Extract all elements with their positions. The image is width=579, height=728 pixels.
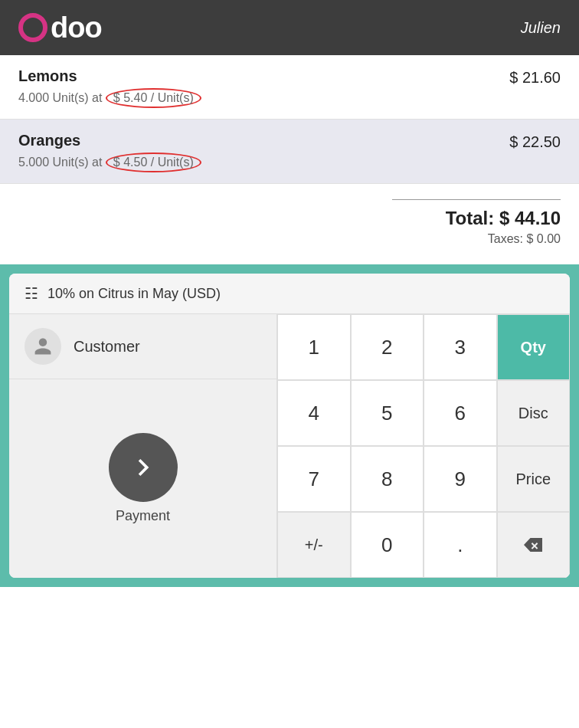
key-5[interactable]: 5 [351, 380, 424, 446]
product-name-lemons: Lemons [18, 67, 201, 85]
key-price[interactable]: Price [497, 446, 571, 512]
discount-grid-icon: ☷ [25, 284, 38, 303]
total-row: Total: $ 44.10 [446, 208, 561, 229]
payment-button[interactable] [109, 433, 178, 502]
key-0[interactable]: 0 [351, 512, 424, 578]
customer-row[interactable]: Customer [9, 314, 276, 379]
taxes-label: Taxes: [488, 232, 523, 245]
numpad-area: Customer Payment 1 2 [9, 314, 570, 578]
product-detail-lemons: 4.000 Unit(s) at $ 5.40 / Unit(s) [18, 88, 201, 108]
total-label: Total: [446, 208, 495, 228]
key-1[interactable]: 1 [277, 314, 351, 380]
key-4[interactable]: 4 [277, 380, 351, 446]
order-section: Lemons 4.000 Unit(s) at $ 5.40 / Unit(s)… [0, 55, 579, 184]
odoo-text: doo [51, 13, 102, 42]
left-panel: Customer Payment [9, 314, 277, 578]
order-line-lemons[interactable]: Lemons 4.000 Unit(s) at $ 5.40 / Unit(s)… [0, 55, 579, 120]
key-9[interactable]: 9 [424, 446, 497, 512]
discount-banner[interactable]: ☷ 10% on Citrus in May (USD) [9, 274, 570, 314]
product-name-oranges: Oranges [18, 132, 201, 149]
right-panel: 1 2 3 Qty 4 5 6 Disc 7 8 9 Price +/- [277, 314, 570, 578]
price-ellipse-oranges: $ 4.50 / Unit(s) [106, 152, 201, 172]
price-ellipse-lemons: $ 5.40 / Unit(s) [106, 88, 201, 108]
total-value: $ 44.10 [499, 208, 561, 228]
key-8[interactable]: 8 [351, 446, 424, 512]
key-dot[interactable]: . [424, 512, 497, 578]
key-3[interactable]: 3 [424, 314, 497, 380]
customer-avatar [25, 328, 61, 365]
person-icon [33, 336, 53, 356]
key-6[interactable]: 6 [424, 380, 497, 446]
pos-section: ☷ 10% on Citrus in May (USD) Customer [0, 264, 579, 587]
key-backspace[interactable] [497, 512, 571, 578]
odoo-ring-icon [18, 13, 47, 42]
customer-label: Customer [74, 338, 140, 356]
header: doo Julien [0, 0, 579, 55]
odoo-logo: doo [18, 13, 102, 42]
chevron-right-icon [126, 451, 160, 484]
payment-area: Payment [9, 379, 276, 578]
pos-inner: ☷ 10% on Citrus in May (USD) Customer [9, 274, 570, 578]
product-price-lemons: $ 21.60 [509, 67, 561, 87]
key-7[interactable]: 7 [277, 446, 351, 512]
total-section: Total: $ 44.10 Taxes: $ 0.00 [0, 184, 579, 264]
product-price-oranges: $ 22.50 [509, 132, 561, 151]
payment-label: Payment [116, 508, 170, 524]
order-line-left-lemons: Lemons 4.000 Unit(s) at $ 5.40 / Unit(s) [18, 67, 201, 108]
header-username: Julien [521, 19, 561, 37]
key-disc[interactable]: Disc [497, 380, 571, 446]
key-qty[interactable]: Qty [497, 314, 571, 380]
product-detail-oranges: 5.000 Unit(s) at $ 4.50 / Unit(s) [18, 152, 201, 172]
backspace-icon [522, 536, 544, 553]
key-plusminus[interactable]: +/- [277, 512, 351, 578]
order-line-oranges[interactable]: Oranges 5.000 Unit(s) at $ 4.50 / Unit(s… [0, 120, 579, 184]
discount-label: 10% on Citrus in May (USD) [47, 286, 221, 302]
total-divider [392, 199, 561, 200]
taxes-row: Taxes: $ 0.00 [488, 232, 561, 246]
taxes-value: $ 0.00 [527, 232, 561, 245]
key-2[interactable]: 2 [351, 314, 424, 380]
numpad-grid: 1 2 3 Qty 4 5 6 Disc 7 8 9 Price +/- [277, 314, 570, 578]
order-line-left-oranges: Oranges 5.000 Unit(s) at $ 4.50 / Unit(s… [18, 132, 201, 172]
